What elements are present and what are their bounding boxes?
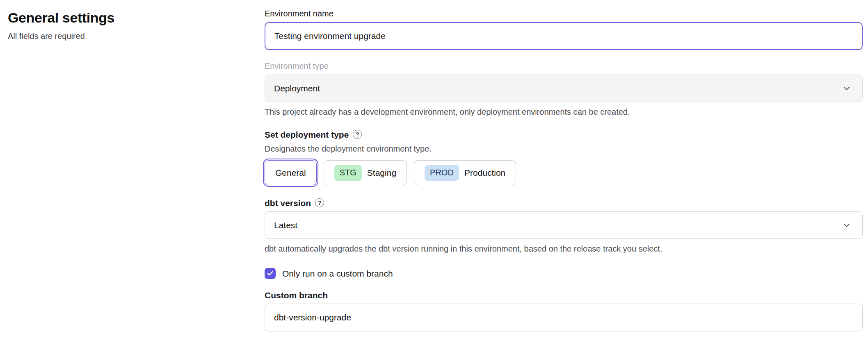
environment-type-select[interactable]: Deployment [265, 75, 863, 102]
dbt-version-section: dbt version ? [265, 198, 863, 208]
help-icon[interactable]: ? [353, 130, 362, 139]
chevron-down-icon [842, 84, 852, 93]
dbt-version-label: dbt version [265, 198, 311, 208]
staging-badge: STG [334, 165, 362, 181]
deployment-type-section: Set deployment type ? [265, 130, 863, 140]
deployment-type-staging-button[interactable]: STG Staging [324, 160, 407, 185]
environment-settings-form: Environment name Environment type Deploy… [265, 9, 863, 331]
environment-type-label: Environment type [265, 61, 863, 71]
page-title: General settings [8, 10, 265, 26]
custom-branch-toggle-row: Only run on a custom branch [265, 268, 863, 279]
dbt-version-select[interactable]: Latest [265, 211, 863, 239]
environment-name-label: Environment name [265, 9, 863, 18]
general-button-label: General [275, 168, 306, 178]
custom-branch-checkbox-label: Only run on a custom branch [282, 269, 393, 279]
custom-branch-input[interactable] [265, 304, 863, 331]
deployment-type-general-button[interactable]: General [265, 160, 317, 185]
environment-type-value: Deployment [274, 84, 320, 93]
deployment-type-production-button[interactable]: PROD Production [414, 160, 516, 185]
production-button-label: Production [464, 168, 505, 178]
custom-branch-label: Custom branch [265, 290, 863, 300]
deployment-type-options: General STG Staging PROD Production [265, 160, 863, 185]
settings-header: General settings All fields are required [8, 9, 265, 41]
help-icon[interactable]: ? [315, 198, 324, 207]
dbt-version-value: Latest [274, 220, 297, 230]
custom-branch-checkbox[interactable] [265, 268, 276, 279]
staging-button-label: Staging [367, 168, 396, 178]
general-settings-page: General settings All fields are required… [0, 0, 868, 331]
deployment-type-helper: Designates the deployment environment ty… [265, 144, 863, 154]
dbt-version-helper: dbt automatically upgrades the dbt versi… [265, 244, 863, 254]
page-subtitle: All fields are required [8, 32, 265, 41]
check-icon [267, 270, 274, 277]
deployment-type-label: Set deployment type [265, 130, 349, 140]
production-badge: PROD [425, 165, 459, 181]
environment-type-helper: This project already has a development e… [265, 107, 863, 117]
chevron-down-icon [842, 220, 852, 230]
environment-name-input[interactable] [265, 22, 863, 50]
